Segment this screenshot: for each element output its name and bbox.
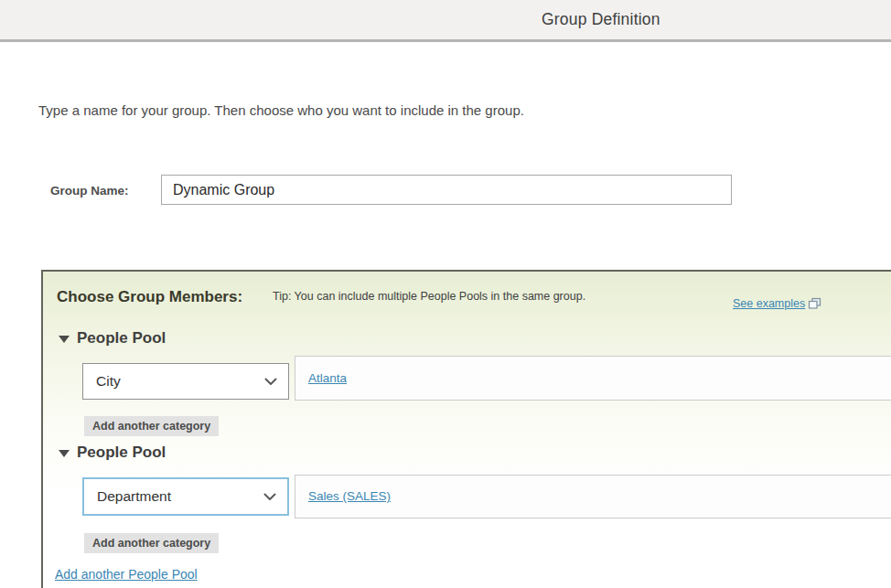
panel-title: Choose Group Members: [57, 288, 242, 306]
add-another-category-button[interactable]: Add another category [84, 416, 219, 436]
see-examples: See examples [733, 297, 821, 310]
members-value-box: Atlanta [295, 356, 891, 401]
external-link-icon[interactable] [808, 297, 821, 310]
people-pool-label: People Pool [77, 329, 166, 347]
group-name-label: Group Name: [50, 184, 129, 198]
category-select-value: City [83, 373, 264, 390]
page-title: Group Definition [542, 10, 660, 29]
collapse-triangle-icon[interactable] [59, 336, 70, 343]
add-another-people-pool-link[interactable]: Add another People Pool [55, 567, 198, 582]
add-another-category-button[interactable]: Add another category [84, 533, 219, 553]
category-select-city[interactable]: City [82, 363, 289, 400]
category-select-value: Department [84, 488, 263, 505]
collapse-triangle-icon[interactable] [59, 450, 70, 457]
chevron-down-icon [264, 378, 277, 386]
panel-tip-text: Tip: You can include multiple People Poo… [273, 290, 585, 303]
group-definition-screen: Group Definition Type a name for your gr… [0, 0, 891, 588]
members-link-atlanta[interactable]: Atlanta [308, 371, 347, 385]
people-pool-2-header: People Pool [59, 444, 166, 462]
people-pool-label: People Pool [77, 444, 166, 462]
chevron-down-icon [263, 493, 276, 501]
instruction-text: Type a name for your group. Then choose … [38, 102, 524, 118]
see-examples-link[interactable]: See examples [733, 297, 805, 310]
category-select-department[interactable]: Department [82, 477, 289, 516]
members-link-sales[interactable]: Sales (SALES) [308, 489, 391, 503]
group-name-input[interactable] [161, 175, 732, 205]
people-pool-1-header: People Pool [59, 329, 166, 347]
members-value-box: Sales (SALES) [295, 475, 891, 519]
title-bar: Group Definition [0, 0, 891, 42]
